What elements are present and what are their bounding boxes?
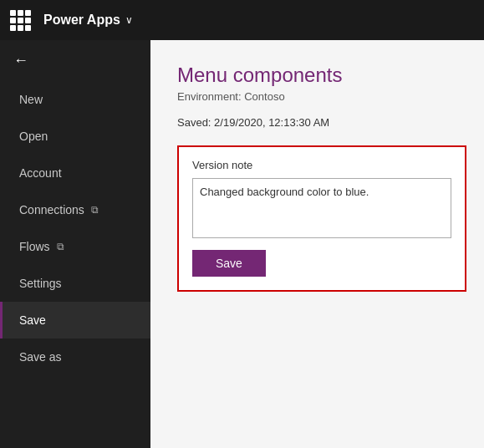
page-title: Menu components bbox=[177, 64, 457, 87]
back-icon: ← bbox=[13, 52, 28, 69]
sidebar-item-new[interactable]: New bbox=[0, 81, 150, 118]
top-bar: Power Apps ∨ bbox=[0, 0, 484, 40]
version-note-label: Version note bbox=[192, 159, 451, 171]
sidebar-item-flows[interactable]: Flows⧉ bbox=[0, 228, 150, 265]
external-link-icon: ⧉ bbox=[91, 204, 99, 216]
sidebar: ← NewOpenAccountConnections⧉Flows⧉Settin… bbox=[0, 40, 150, 448]
sidebar-item-label: Settings bbox=[19, 277, 62, 290]
sidebar-item-label: Save bbox=[19, 313, 46, 327]
sidebar-item-label: Connections bbox=[19, 203, 84, 216]
sidebar-item-label: New bbox=[19, 93, 43, 106]
waffle-icon bbox=[10, 10, 31, 31]
sidebar-item-account[interactable]: Account bbox=[0, 155, 150, 191]
sidebar-item-connections[interactable]: Connections⧉ bbox=[0, 191, 150, 228]
sidebar-item-settings[interactable]: Settings bbox=[0, 265, 150, 302]
environment-text: Environment: Contoso bbox=[177, 90, 457, 103]
app-title: Power Apps bbox=[43, 13, 120, 28]
sidebar-item-label: Save as bbox=[19, 350, 62, 364]
sidebar-item-open[interactable]: Open bbox=[0, 118, 150, 155]
version-note-box: Version note Changed background color to… bbox=[177, 145, 466, 292]
back-button[interactable]: ← bbox=[0, 40, 150, 81]
version-note-input[interactable]: Changed background color to blue. bbox=[192, 178, 451, 238]
saved-timestamp: Saved: 2/19/2020, 12:13:30 AM bbox=[177, 116, 457, 129]
sidebar-item-label: Flows bbox=[19, 240, 50, 253]
external-link-icon: ⧉ bbox=[57, 241, 64, 252]
chevron-down-icon[interactable]: ∨ bbox=[125, 14, 133, 26]
sidebar-item-label: Account bbox=[19, 166, 62, 180]
waffle-button[interactable] bbox=[0, 0, 40, 40]
sidebar-item-label: Open bbox=[19, 130, 48, 143]
main-content: Menu components Environment: Contoso Sav… bbox=[150, 40, 484, 448]
sidebar-item-save[interactable]: Save bbox=[0, 302, 150, 339]
save-button[interactable]: Save bbox=[192, 250, 266, 277]
sidebar-item-save-as[interactable]: Save as bbox=[0, 339, 150, 375]
